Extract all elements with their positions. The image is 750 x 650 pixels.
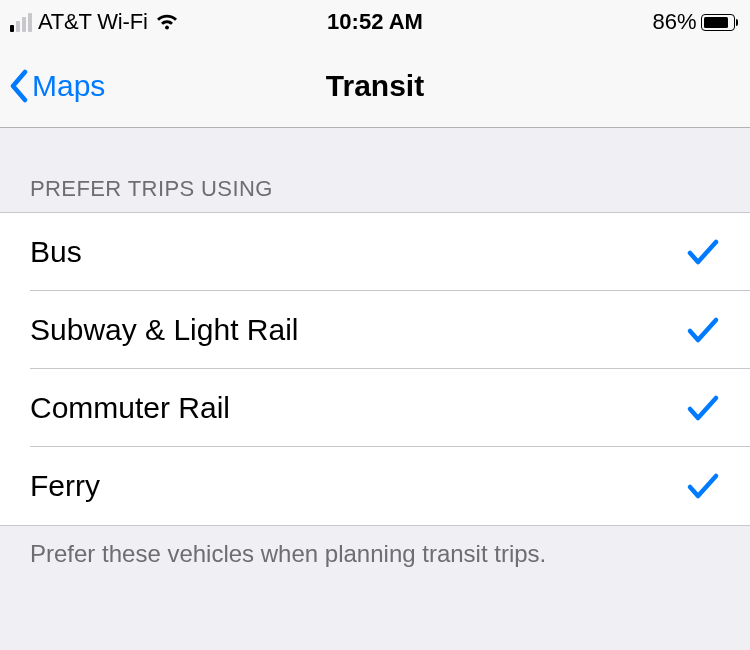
status-right: 86% (652, 9, 738, 35)
list-item-subway-light-rail[interactable]: Subway & Light Rail (0, 291, 750, 369)
transit-options-list: Bus Subway & Light Rail Commuter Rail Fe… (0, 212, 750, 526)
carrier-label: AT&T Wi-Fi (38, 9, 148, 35)
list-item-ferry[interactable]: Ferry (0, 447, 750, 525)
back-label: Maps (32, 69, 105, 103)
section-header: Prefer Trips Using (0, 128, 750, 212)
battery-percent: 86% (652, 9, 696, 35)
checkmark-icon (686, 471, 720, 501)
chevron-left-icon (8, 69, 30, 103)
page-title: Transit (326, 69, 424, 103)
navigation-bar: Maps Transit (0, 44, 750, 128)
list-item-bus[interactable]: Bus (0, 213, 750, 291)
status-bar: AT&T Wi-Fi 10:52 AM 86% (0, 0, 750, 44)
section-footer: Prefer these vehicles when planning tran… (0, 526, 750, 582)
list-item-label: Ferry (30, 469, 100, 503)
checkmark-icon (686, 237, 720, 267)
status-time: 10:52 AM (327, 9, 423, 35)
back-button[interactable]: Maps (8, 69, 105, 103)
wifi-icon (154, 12, 180, 32)
checkmark-icon (686, 315, 720, 345)
list-item-commuter-rail[interactable]: Commuter Rail (0, 369, 750, 447)
checkmark-icon (686, 393, 720, 423)
list-item-label: Subway & Light Rail (30, 313, 298, 347)
list-item-label: Bus (30, 235, 82, 269)
status-left: AT&T Wi-Fi (10, 9, 180, 35)
list-item-label: Commuter Rail (30, 391, 230, 425)
cellular-signal-icon (10, 13, 32, 32)
battery-icon (701, 14, 739, 31)
